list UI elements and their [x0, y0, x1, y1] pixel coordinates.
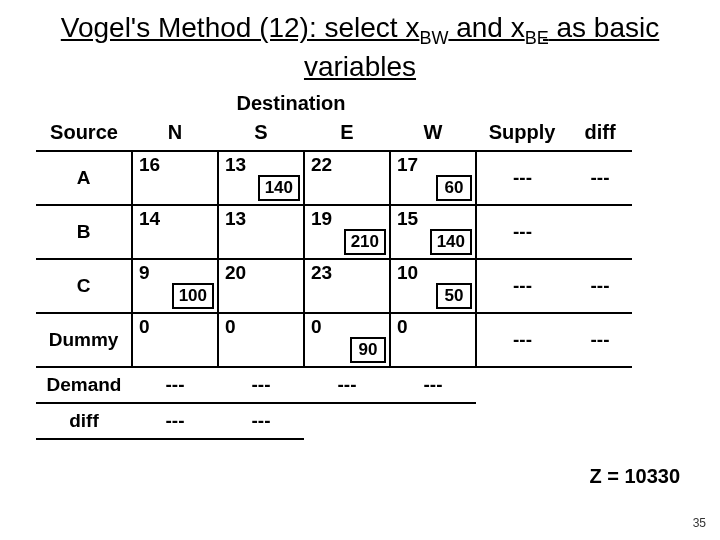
cell-a-w: 1760 [390, 151, 476, 205]
cost: 23 [311, 262, 332, 284]
cell-a-s: 13140 [218, 151, 304, 205]
alloc: 140 [430, 229, 472, 255]
header-source: Source [36, 115, 132, 151]
coldiff-e [304, 403, 390, 439]
header-supply: Supply [476, 115, 568, 151]
cost: 15 [397, 208, 418, 230]
demand-label: Demand [36, 367, 132, 403]
header-row: Source N S E W Supply diff [36, 115, 632, 151]
cost: 13 [225, 208, 246, 230]
cell-c-n: 9100 [132, 259, 218, 313]
diff-d: --- [568, 313, 632, 367]
cost: 22 [311, 154, 332, 176]
diff-b [568, 205, 632, 259]
cost: 0 [311, 316, 322, 338]
supply-c: --- [476, 259, 568, 313]
alloc: 60 [436, 175, 472, 201]
cell-d-e: 090 [304, 313, 390, 367]
table-row: C 9100 20 23 1050 --- --- [36, 259, 632, 313]
table-row: A 16 13140 22 1760 --- --- [36, 151, 632, 205]
supply-b: --- [476, 205, 568, 259]
cell-d-n: 0 [132, 313, 218, 367]
cost: 9 [139, 262, 150, 284]
table-wrap: Destination Source N S E W Supply diff A… [0, 88, 720, 440]
cell-c-s: 20 [218, 259, 304, 313]
cost: 13 [225, 154, 246, 176]
demand-e: --- [304, 367, 390, 403]
page-title: Vogel's Method (12): select xBW and xBE … [0, 0, 720, 88]
cell-d-s: 0 [218, 313, 304, 367]
diff-c: --- [568, 259, 632, 313]
cost: 20 [225, 262, 246, 284]
cell-c-e: 23 [304, 259, 390, 313]
cell-a-e: 22 [304, 151, 390, 205]
row-label-c: C [36, 259, 132, 313]
cell-d-w: 0 [390, 313, 476, 367]
title-text-b: and x [448, 12, 524, 43]
demand-n: --- [132, 367, 218, 403]
table-row: B 14 13 19210 15140 --- [36, 205, 632, 259]
demand-s: --- [218, 367, 304, 403]
page-number: 35 [693, 516, 706, 530]
cost: 0 [225, 316, 236, 338]
alloc: 210 [344, 229, 386, 255]
row-label-a: A [36, 151, 132, 205]
title-text-a: Vogel's Method (12): select x [61, 12, 420, 43]
col-diff-row: diff --- --- [36, 403, 632, 439]
cell-b-w: 15140 [390, 205, 476, 259]
cost: 17 [397, 154, 418, 176]
coldiff-w [390, 403, 476, 439]
title-sub-bw: BW [419, 28, 448, 48]
alloc: 100 [172, 283, 214, 309]
supply-d: --- [476, 313, 568, 367]
header-n: N [132, 115, 218, 151]
table-row: Dummy 0 0 090 0 --- --- [36, 313, 632, 367]
title-sub-be: BE [525, 28, 549, 48]
header-e: E [304, 115, 390, 151]
cost: 16 [139, 154, 160, 176]
cost: 19 [311, 208, 332, 230]
header-diff: diff [568, 115, 632, 151]
alloc: 50 [436, 283, 472, 309]
cost: 10 [397, 262, 418, 284]
header-w: W [390, 115, 476, 151]
header-s: S [218, 115, 304, 151]
transport-table: Source N S E W Supply diff A 16 13140 22… [36, 115, 632, 440]
cost: 14 [139, 208, 160, 230]
coldiff-n: --- [132, 403, 218, 439]
demand-w: --- [390, 367, 476, 403]
alloc: 140 [258, 175, 300, 201]
row-label-b: B [36, 205, 132, 259]
demand-row: Demand --- --- --- --- [36, 367, 632, 403]
alloc: 90 [350, 337, 386, 363]
cell-a-n: 16 [132, 151, 218, 205]
cell-c-w: 1050 [390, 259, 476, 313]
row-label-dummy: Dummy [36, 313, 132, 367]
objective-value: Z = 10330 [589, 465, 680, 488]
col-diff-label: diff [36, 403, 132, 439]
diff-a: --- [568, 151, 632, 205]
cell-b-s: 13 [218, 205, 304, 259]
destination-label: Destination [116, 92, 466, 115]
supply-a: --- [476, 151, 568, 205]
cell-b-n: 14 [132, 205, 218, 259]
cost: 0 [397, 316, 408, 338]
coldiff-s: --- [218, 403, 304, 439]
cell-b-e: 19210 [304, 205, 390, 259]
cost: 0 [139, 316, 150, 338]
